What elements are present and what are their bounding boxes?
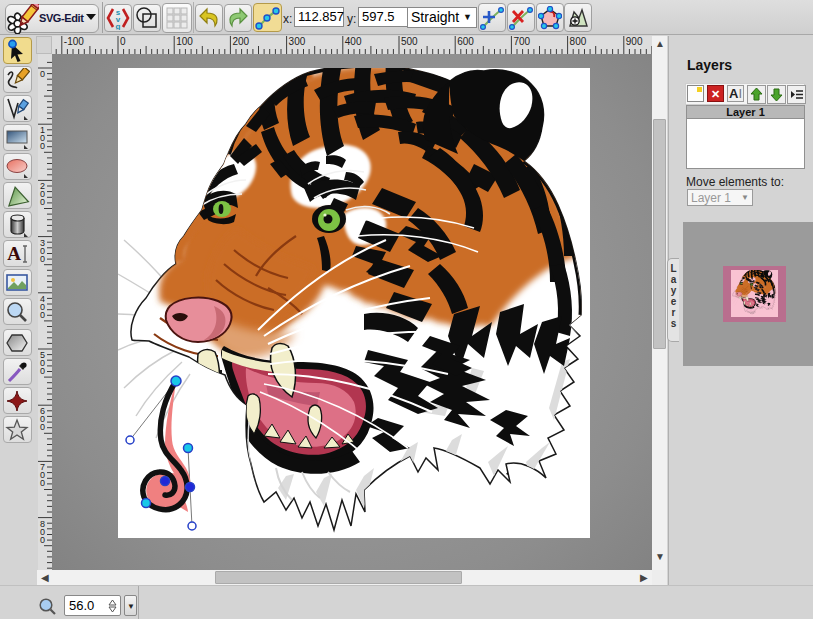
svg-text:300: 300 xyxy=(289,36,306,47)
svg-text:800: 800 xyxy=(570,36,587,47)
svg-text:0: 0 xyxy=(40,478,45,488)
svg-text:A: A xyxy=(7,243,21,264)
svg-text:600: 600 xyxy=(457,36,474,47)
svg-text:400: 400 xyxy=(345,36,362,47)
svg-text:0: 0 xyxy=(40,310,45,320)
svg-text:900: 900 xyxy=(626,36,643,47)
svg-text:0: 0 xyxy=(40,141,45,151)
svg-text:0: 0 xyxy=(40,535,45,545)
svg-text:g: g xyxy=(116,22,121,31)
svg-text:500: 500 xyxy=(401,36,418,47)
svg-text:0: 0 xyxy=(40,254,45,264)
svg-text:-100: -100 xyxy=(64,36,84,47)
svg-text:0: 0 xyxy=(40,69,45,79)
svg-text:200: 200 xyxy=(232,36,249,47)
svg-text:0: 0 xyxy=(40,422,45,432)
svg-text:100: 100 xyxy=(176,36,193,47)
svg-text:0: 0 xyxy=(120,36,126,47)
svg-text:0: 0 xyxy=(40,366,45,376)
svg-text:0: 0 xyxy=(40,197,45,207)
svg-text:700: 700 xyxy=(513,36,530,47)
